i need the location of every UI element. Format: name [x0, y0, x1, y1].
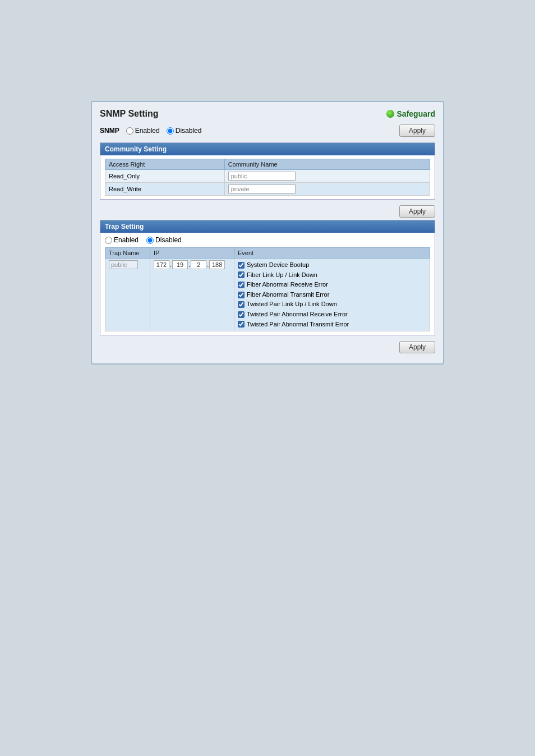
- community-section: Community Setting Access Right Community…: [100, 142, 435, 200]
- snmp-disabled-label[interactable]: Disabled: [167, 127, 202, 135]
- trap-apply-row: Apply: [100, 341, 435, 353]
- page-title: SNMP Setting: [100, 109, 159, 119]
- event-checkbox[interactable]: [238, 292, 245, 298]
- snmp-options: SNMP Enabled Disabled: [100, 127, 201, 135]
- trap-section-body: Enabled Disabled Trap Name IP Event: [100, 233, 435, 335]
- event-label: Fiber Abnormal Transmit Error: [247, 290, 329, 300]
- ip-input-3[interactable]: [191, 260, 206, 269]
- event-checkbox[interactable]: [238, 262, 245, 269]
- snmp-apply-button[interactable]: Apply: [399, 125, 435, 137]
- trap-ip-cell: . . .: [150, 259, 234, 331]
- trap-apply-button[interactable]: Apply: [399, 341, 435, 353]
- trap-col-event: Event: [234, 248, 430, 259]
- trap-name-input[interactable]: [109, 260, 138, 269]
- brand-icon: [386, 110, 394, 118]
- trap-section: Trap Setting Enabled Disabled Trap Name …: [100, 220, 435, 335]
- ip-input-2[interactable]: [172, 260, 188, 269]
- trap-event-cell: System Device BootupFiber Link Up / Link…: [234, 259, 430, 331]
- event-item: Twisted Pair Abnormal Receive Error: [238, 310, 426, 320]
- brand: Safeguard: [386, 109, 435, 118]
- event-checkbox[interactable]: [238, 311, 245, 318]
- snmp-panel: SNMP Setting Safeguard SNMP Enabled Disa…: [91, 101, 444, 365]
- event-label: Twisted Pair Link Up / Link Down: [247, 299, 337, 310]
- community-row: Read_Write: [105, 183, 430, 196]
- event-item: Fiber Abnormal Receive Error: [238, 280, 426, 290]
- trap-section-header: Trap Setting: [100, 220, 435, 233]
- trap-table: Trap Name IP Event .: [105, 247, 430, 331]
- community-section-body: Access Right Community Name Read_OnlyRea…: [100, 155, 435, 199]
- trap-enabled-label[interactable]: Enabled: [105, 236, 139, 244]
- trap-row: . . . System Device BootupFiber Link Up …: [105, 259, 430, 331]
- ip-cell: . . .: [154, 260, 230, 269]
- snmp-enabled-radio[interactable]: [126, 127, 133, 135]
- event-list: System Device BootupFiber Link Up / Link…: [238, 260, 426, 329]
- ip-input-1[interactable]: [154, 260, 169, 269]
- event-checkbox[interactable]: [238, 321, 245, 328]
- snmp-label: SNMP: [100, 127, 119, 135]
- event-checkbox[interactable]: [238, 301, 245, 308]
- trap-disabled-radio[interactable]: [146, 237, 154, 244]
- trap-disabled-label[interactable]: Disabled: [146, 236, 182, 244]
- event-item: Twisted Pair Abnormal Transmit Error: [238, 320, 426, 330]
- snmp-disabled-radio[interactable]: [167, 127, 174, 135]
- event-label: Twisted Pair Abnormal Receive Error: [247, 310, 348, 320]
- community-access: Read_Write: [105, 183, 225, 196]
- event-label: Fiber Link Up / Link Down: [247, 270, 317, 280]
- community-section-header: Community Setting: [100, 143, 435, 155]
- snmp-enabled-label[interactable]: Enabled: [126, 127, 160, 135]
- trap-col-ip: IP: [150, 248, 234, 259]
- trap-enabled-radio[interactable]: [105, 237, 112, 244]
- event-item: Twisted Pair Link Up / Link Down: [238, 299, 426, 310]
- community-name-cell: [224, 183, 430, 196]
- community-table: Access Right Community Name Read_OnlyRea…: [105, 159, 430, 196]
- trap-options: Enabled Disabled: [105, 236, 430, 244]
- snmp-toggle-row: SNMP Enabled Disabled Apply: [100, 125, 435, 137]
- community-access: Read_Only: [105, 170, 225, 183]
- event-label: Twisted Pair Abnormal Transmit Error: [247, 320, 349, 330]
- community-name-input[interactable]: [228, 172, 296, 181]
- event-checkbox[interactable]: [238, 282, 245, 288]
- brand-name: Safeguard: [397, 109, 435, 118]
- event-item: Fiber Link Up / Link Down: [238, 270, 426, 280]
- community-col-access: Access Right: [105, 159, 225, 170]
- community-apply-button[interactable]: Apply: [399, 205, 435, 218]
- event-item: System Device Bootup: [238, 260, 426, 270]
- event-item: Fiber Abnormal Transmit Error: [238, 290, 426, 300]
- event-label: Fiber Abnormal Receive Error: [247, 280, 328, 290]
- ip-input-4[interactable]: [209, 260, 225, 269]
- panel-header: SNMP Setting Safeguard: [100, 109, 435, 119]
- community-col-name: Community Name: [224, 159, 430, 170]
- trap-col-name: Trap Name: [105, 248, 150, 259]
- community-name-input[interactable]: [228, 185, 296, 193]
- community-row: Read_Only: [105, 170, 430, 183]
- event-label: System Device Bootup: [247, 260, 309, 270]
- community-name-cell: [224, 170, 430, 183]
- community-apply-row: Apply: [100, 205, 435, 218]
- event-checkbox[interactable]: [238, 271, 245, 278]
- trap-name-cell: [105, 259, 150, 331]
